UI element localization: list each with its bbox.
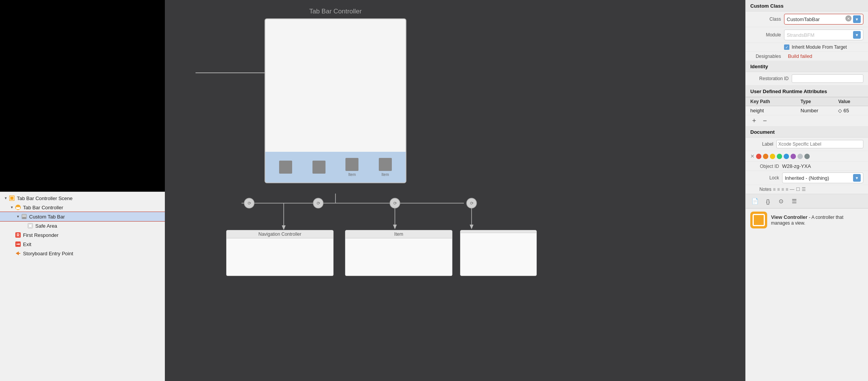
notes-list[interactable]: ☰	[802, 187, 806, 192]
nav-controller-box: Navigation Controller	[226, 230, 334, 276]
color-light-gray[interactable]	[797, 154, 803, 159]
tree-item-custom[interactable]: ▼Custom Tab Bar	[0, 212, 165, 221]
col-type: Type	[801, 99, 838, 104]
tree-item-tbc[interactable]: ▼Tab Bar Controller	[0, 203, 165, 212]
svg-marker-16	[16, 251, 19, 255]
col-keypath: Key Path	[750, 99, 801, 104]
doc-icon-btn[interactable]: 📄	[750, 197, 760, 206]
color-x-btn[interactable]: ✕	[750, 153, 755, 159]
vc-text-block: View Controller - A controller that mana…	[771, 214, 863, 226]
lock-select[interactable]: Inherited - (Nothing) ▼	[782, 172, 863, 183]
restoration-label: Restoration ID	[750, 76, 789, 81]
module-row: Module StrandsBFM ▼	[746, 27, 868, 43]
tree-item-safearea[interactable]: Safe Area	[0, 221, 165, 230]
class-dropdown-btn[interactable]: ▼	[853, 15, 861, 23]
target-icon-btn[interactable]: ⊙	[776, 197, 786, 206]
svg-text:⟳: ⟳	[393, 201, 397, 205]
svg-text:⟳: ⟳	[317, 201, 320, 205]
class-clear-btn[interactable]: ✕	[845, 15, 852, 21]
connection-lines: ⟳ ⟳ ⟳ ⟳	[165, 0, 745, 381]
tree-label: Tab Bar Controller	[23, 205, 63, 210]
tree-panel: ▼Tab Bar Controller Scene▼Tab Bar Contro…	[0, 192, 165, 381]
notes-align-center[interactable]: ≡	[777, 187, 780, 192]
canvas-preview	[0, 0, 165, 192]
attr-type: Number	[801, 108, 838, 113]
list-icon-btn[interactable]: ☰	[789, 197, 799, 206]
lock-label: Lock	[750, 175, 779, 181]
module-dropdown-btn[interactable]: ▼	[853, 31, 861, 39]
tab-icon-1	[279, 161, 292, 174]
class-input[interactable]: CustomTabBar ✕ ▼	[784, 14, 863, 25]
svg-text:⟳: ⟳	[470, 201, 473, 205]
lock-dropdown-btn[interactable]: ▼	[853, 174, 861, 182]
notes-dash[interactable]: —	[790, 187, 794, 192]
designables-row: Designables Build failed	[746, 52, 868, 61]
tab-item-1	[279, 161, 292, 174]
document-header: Document	[746, 126, 868, 138]
add-remove-row: + −	[746, 115, 868, 126]
doc-label-input[interactable]	[776, 140, 863, 148]
restoration-input[interactable]	[792, 74, 863, 83]
colors-row: ✕	[746, 151, 868, 162]
tree-item-exit[interactable]: Exit	[0, 240, 165, 249]
module-label: Module	[750, 32, 781, 38]
col-value: Value	[838, 99, 863, 104]
add-attr-btn[interactable]: +	[750, 117, 758, 125]
item-controller-title: Item	[345, 230, 452, 238]
attr-value: ◇ 65	[838, 108, 863, 113]
tree-triangle[interactable]: ▼	[3, 196, 8, 200]
module-input[interactable]: StrandsBFM ▼	[784, 30, 863, 40]
svg-point-27	[390, 198, 400, 208]
restoration-row: Restoration ID	[746, 72, 868, 85]
svg-marker-32	[282, 225, 286, 230]
nav-controller-content	[227, 238, 333, 276]
tree-triangle[interactable]: ▼	[9, 205, 15, 209]
tab-label-4: Item	[381, 172, 389, 177]
item-controller-box-3	[460, 230, 537, 276]
tree-label: Tab Bar Controller Scene	[17, 195, 72, 201]
svg-text:R: R	[16, 233, 20, 237]
color-orange[interactable]	[763, 154, 768, 159]
color-purple[interactable]	[791, 154, 796, 159]
svg-point-23	[244, 198, 254, 208]
tab-icon-3	[345, 158, 358, 171]
tree-item-entry[interactable]: Storyboard Entry Point	[0, 249, 165, 258]
inherit-checkbox[interactable]: ✓	[784, 44, 789, 50]
lock-row: Lock Inherited - (Nothing) ▼	[746, 171, 868, 185]
tree-triangle[interactable]: ▼	[15, 215, 21, 218]
notes-box[interactable]: ☐	[796, 187, 800, 192]
notes-align-justify[interactable]: ≡	[786, 187, 788, 192]
object-id-value: W28-zg-YXA	[782, 163, 811, 169]
color-green[interactable]	[777, 154, 782, 159]
remove-attr-btn[interactable]: −	[761, 117, 769, 125]
right-panel: Custom Class Class CustomTabBar ✕ ▼ Modu…	[745, 0, 868, 381]
label-row: Label	[746, 138, 868, 151]
phone-frame: Item Item	[265, 18, 406, 183]
tbc-scene: Tab Bar Controller Item Item	[265, 8, 406, 183]
notes-align-left[interactable]: ≡	[773, 187, 776, 192]
item-controller-box: Item	[345, 230, 452, 276]
tree-icon-safearea	[27, 222, 34, 229]
color-yellow[interactable]	[770, 154, 775, 159]
attr-row-height: height Number ◇ 65	[746, 106, 868, 115]
tree-item-scene[interactable]: ▼Tab Bar Controller Scene	[0, 194, 165, 203]
color-red[interactable]	[756, 154, 761, 159]
vc-title: View Controller	[771, 214, 807, 220]
tab-item-4: Item	[379, 158, 392, 177]
vc-info-row: View Controller - A controller that mana…	[746, 208, 868, 232]
notes-align-right[interactable]: ≡	[781, 187, 784, 192]
tree-label: Storyboard Entry Point	[23, 251, 73, 256]
tree-item-responder[interactable]: RFirst Responder	[0, 230, 165, 240]
code-icon-btn[interactable]: {}	[763, 197, 773, 206]
tree-icon-scene	[8, 195, 15, 202]
inherit-row: ✓ Inherit Module From Target	[746, 43, 868, 52]
svg-text:⟳: ⟳	[248, 201, 251, 205]
color-dark-gray[interactable]	[804, 154, 810, 159]
color-blue[interactable]	[784, 154, 789, 159]
tree-icon-entry	[15, 250, 21, 257]
attr-keypath: height	[750, 108, 801, 113]
tree-label: Safe Area	[35, 223, 57, 229]
bottom-icons-row: 📄 {} ⊙ ☰	[746, 194, 868, 208]
tree-icon-exit	[15, 241, 21, 248]
designables-label: Designables	[750, 54, 781, 59]
